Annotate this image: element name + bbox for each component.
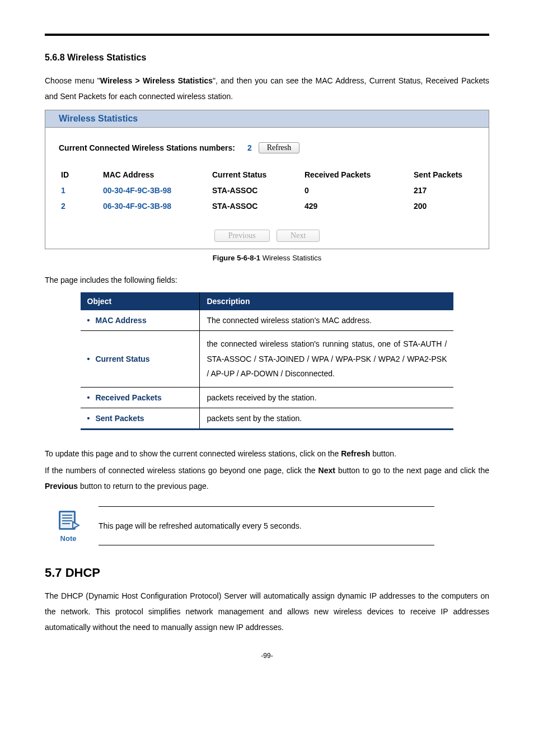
upd1-pre: To update this page and to show the curr… — [45, 449, 341, 458]
col-recv: Received Packets — [302, 167, 411, 183]
cell-mac: 00-30-4F-9C-3B-98 — [101, 183, 210, 198]
cell-recv: 429 — [302, 198, 411, 214]
upd2-b2: Previous — [45, 482, 78, 491]
obj-label: MAC Address — [95, 316, 146, 325]
col-id: ID — [59, 167, 101, 183]
fields-intro: The page includes the following fields: — [45, 272, 489, 288]
panel-title: Wireless Statistics — [45, 110, 489, 128]
stats-header-row: ID MAC Address Current Status Received P… — [59, 167, 479, 183]
note-icon: Note — [50, 508, 86, 543]
col-sent: Sent Packets — [411, 167, 479, 183]
upd2-post: button to return to the previous page. — [78, 482, 209, 491]
col-mac: MAC Address — [101, 167, 210, 183]
fields-table: Object Description •MAC Address The conn… — [81, 292, 454, 430]
field-obj: •Sent Packets — [81, 408, 200, 429]
note-block: Note This page will be refreshed automat… — [45, 506, 489, 545]
obj-label: Sent Packets — [95, 414, 144, 423]
cell-sent: 200 — [411, 198, 479, 214]
stats-table: ID MAC Address Current Status Received P… — [59, 167, 479, 214]
intro-bold: Wireless > Wireless Statistics — [100, 76, 213, 85]
section-heading: 5.6.8 Wireless Statistics — [45, 53, 489, 63]
connected-count: 2 — [247, 143, 252, 152]
fields-th-object: Object — [81, 292, 200, 310]
obj-label: Received Packets — [95, 393, 161, 402]
refresh-button[interactable]: Refresh — [259, 142, 300, 153]
page-number: -99- — [45, 652, 489, 660]
note-label: Note — [50, 534, 86, 543]
note-bottom-line — [99, 545, 434, 545]
cell-status: STA-ASSOC — [210, 183, 302, 198]
table-row: 2 06-30-4F-9C-3B-98 STA-ASSOC 429 200 — [59, 198, 479, 214]
fields-th-desc: Description — [200, 292, 454, 310]
wireless-stats-panel: Wireless Statistics Current Connected Wi… — [45, 110, 489, 249]
cell-status: STA-ASSOC — [210, 198, 302, 214]
cell-mac: 06-30-4F-9C-3B-98 — [101, 198, 210, 214]
field-desc: The connected wireless station's MAC add… — [200, 310, 454, 331]
fig-rest: Wireless Statistics — [260, 254, 321, 262]
field-obj: •Received Packets — [81, 387, 200, 408]
cell-id: 2 — [59, 198, 101, 214]
connected-label: Current Connected Wireless Stations numb… — [59, 143, 235, 152]
dhcp-paragraph: The DHCP (Dynamic Host Configuration Pro… — [45, 588, 489, 635]
cell-sent: 217 — [411, 183, 479, 198]
upd2-b1: Next — [318, 466, 335, 475]
connected-stations-row: Current Connected Wireless Stations numb… — [59, 142, 479, 153]
note-text: This page will be refreshed automaticall… — [99, 507, 434, 545]
update-paragraph-2: If the numbers of connected wireless sta… — [45, 463, 489, 494]
upd1-post: button. — [370, 449, 396, 458]
field-desc: packets received by the station. — [200, 387, 454, 408]
obj-label: Current Status — [95, 354, 149, 363]
dhcp-heading: 5.7 DHCP — [45, 566, 489, 580]
upd1-b: Refresh — [341, 449, 370, 458]
figure-caption: Figure 5-6-8-1 Wireless Statistics — [45, 254, 489, 262]
intro-pre: Choose menu " — [45, 76, 100, 85]
field-obj: •Current Status — [81, 331, 200, 388]
field-desc: packets sent by the station. — [200, 408, 454, 429]
top-divider — [45, 34, 489, 36]
upd2-mid: button to go to the next page and click … — [335, 466, 489, 475]
previous-button[interactable]: Previous — [214, 230, 270, 242]
fig-bold: Figure 5-6-8-1 — [213, 254, 260, 262]
update-paragraph-1: To update this page and to show the curr… — [45, 446, 489, 461]
cell-id: 1 — [59, 183, 101, 198]
cell-recv: 0 — [302, 183, 411, 198]
table-row: 1 00-30-4F-9C-3B-98 STA-ASSOC 0 217 — [59, 183, 479, 198]
upd2-pre: If the numbers of connected wireless sta… — [45, 466, 318, 475]
panel-footer: Previous Next — [45, 225, 489, 249]
field-obj: •MAC Address — [81, 310, 200, 331]
next-button[interactable]: Next — [277, 230, 320, 242]
col-status: Current Status — [210, 167, 302, 183]
intro-paragraph: Choose menu "Wireless > Wireless Statist… — [45, 73, 489, 104]
field-desc: the connected wireless station's running… — [200, 331, 454, 388]
